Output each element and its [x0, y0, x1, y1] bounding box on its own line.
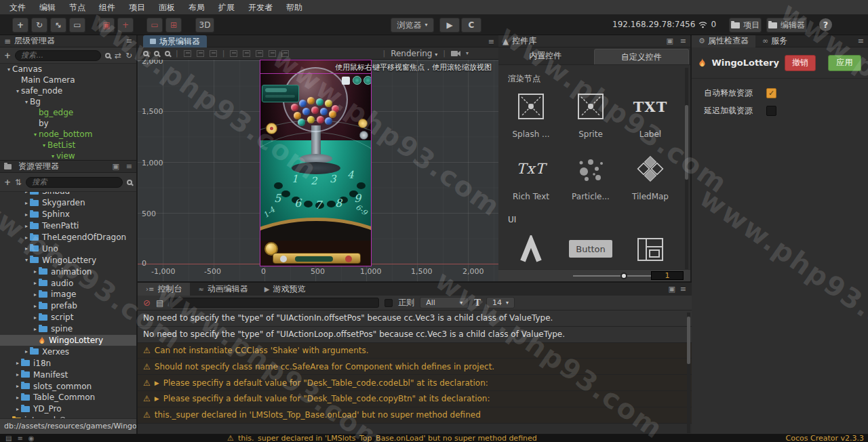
scale-tool-button[interactable]: ↔ — [50, 18, 66, 33]
hierarchy-node-Bg[interactable]: ▾Bg — [0, 96, 136, 107]
layout-icon[interactable]: ▤ — [5, 435, 12, 442]
menu-item-5[interactable]: 项目 — [122, 0, 152, 15]
pivot-toggle-button[interactable]: ▣ — [98, 18, 115, 33]
asset-node-Manifest[interactable]: ▸Manifest — [0, 369, 136, 380]
camera-icon[interactable] — [451, 50, 460, 57]
assets-search-input[interactable] — [26, 177, 123, 188]
clear-console-icon[interactable]: ⊘ — [143, 298, 151, 308]
tab-service[interactable]: ∞ 服务 — [755, 35, 794, 47]
chevron-down-icon[interactable]: ▾ — [32, 132, 39, 138]
asset-node-WingoLottery[interactable]: WingoLottery — [0, 335, 136, 346]
add-asset-button[interactable]: + — [4, 178, 11, 187]
log-file-icon[interactable]: ▤ — [156, 298, 163, 308]
widget-scrollbar[interactable] — [685, 68, 688, 298]
chevron-right-icon[interactable]: ▸ — [32, 315, 39, 321]
widget-label[interactable]: TXTLabel — [620, 92, 680, 139]
hierarchy-node-Canvas[interactable]: ▾Canvas — [0, 64, 136, 75]
hierarchy-node-Main Camera[interactable]: Main Camera — [0, 75, 136, 85]
rect-gizmo-button[interactable]: ▭ — [146, 18, 163, 33]
chevron-right-icon[interactable]: ▸ — [32, 268, 39, 275]
chevron-right-icon[interactable]: ▸ — [23, 235, 30, 241]
chevron-down-icon[interactable]: ▾ — [14, 88, 21, 94]
chevron-down-icon[interactable]: ▾ — [23, 99, 30, 105]
asset-node-TheLegendOfDragon[interactable]: ▸TheLegendOfDragon — [0, 232, 136, 243]
menu-item-10[interactable]: 帮助 — [279, 0, 309, 15]
hierarchy-node-BetList[interactable]: ▾BetList — [0, 140, 136, 150]
widget-sprite[interactable]: Sprite — [561, 92, 620, 139]
asset-node-i18n[interactable]: ▸i18n — [0, 357, 136, 369]
hierarchy-node-view[interactable]: ▾view — [0, 150, 136, 160]
align-top-icon[interactable] — [230, 50, 237, 57]
menu-item-4[interactable]: 组件 — [92, 0, 122, 15]
revert-button[interactable]: 撤销 — [785, 55, 816, 71]
console-filter-input[interactable] — [169, 298, 379, 308]
asset-node-image[interactable]: ▸image — [0, 289, 136, 300]
chevron-right-icon[interactable]: ▸ — [14, 371, 21, 378]
zoom-in-icon[interactable] — [143, 51, 149, 56]
panel-menu-icon[interactable]: ≡ — [488, 37, 494, 46]
chevron-right-icon[interactable]: ▸ — [23, 212, 30, 218]
menu-item-2[interactable]: 编辑 — [33, 0, 62, 15]
widget-button[interactable]: Button — [561, 234, 620, 264]
hierarchy-node-node_bottom[interactable]: ▾node_bottom — [0, 129, 136, 140]
popout-icon[interactable]: ▣ — [666, 37, 673, 45]
align-center-icon[interactable] — [197, 50, 204, 57]
menu-item-8[interactable]: 扩展 — [212, 0, 241, 15]
align-right-icon[interactable] — [210, 50, 217, 57]
checkbox-checked[interactable]: ✓ — [766, 88, 776, 98]
menu-item-1[interactable]: 文件 — [3, 0, 33, 15]
chevron-right-icon[interactable]: ▸ — [23, 200, 30, 206]
asset-node-Sinbad[interactable]: ▸Sinbad — [0, 192, 136, 197]
expand-arrow-icon[interactable]: ▶ — [155, 395, 159, 402]
add-node-button[interactable]: + — [4, 51, 11, 60]
apply-button[interactable]: 应用 — [828, 55, 861, 71]
regex-checkbox[interactable] — [384, 299, 393, 307]
widget-zoom-slider[interactable] — [573, 275, 653, 277]
console-log-row[interactable]: No need to specify the "type" of "UIActi… — [138, 310, 692, 327]
3d-toggle-button[interactable]: 3D — [195, 18, 214, 33]
list-icon[interactable]: ≡ — [17, 435, 22, 442]
widget-richtext[interactable]: TxTRich Text — [501, 154, 561, 201]
asset-node-Uno[interactable]: ▸Uno — [0, 243, 136, 254]
tab-inspector[interactable]: ⚙ 属性检查器 — [692, 35, 755, 47]
menu-item-9[interactable]: 开发者 — [241, 0, 279, 15]
expand-arrow-icon[interactable]: ▶ — [155, 380, 159, 386]
asset-node-spine[interactable]: ▸spine — [0, 323, 136, 335]
chevron-right-icon[interactable]: ▸ — [23, 192, 30, 195]
panel-menu-icon[interactable]: ≡ — [126, 37, 132, 45]
rendering-dropdown[interactable]: Rendering ▾ — [391, 49, 437, 58]
rotate-tool-button[interactable]: ↻ — [31, 18, 47, 33]
widget-layout[interactable] — [620, 234, 680, 264]
chevron-down-icon[interactable]: ▾ — [5, 66, 12, 73]
play-button[interactable]: ▶ — [439, 18, 460, 33]
open-project-button[interactable]: 项目 — [729, 18, 762, 33]
tab-console-2[interactable]: ≈动画编辑器 — [190, 283, 256, 296]
chevron-right-icon[interactable]: ▸ — [23, 348, 30, 355]
panel-menu-icon[interactable]: ≡ — [858, 37, 864, 45]
chevron-right-icon[interactable]: ▸ — [32, 326, 39, 332]
zoom-reset-icon[interactable] — [165, 51, 170, 56]
align-bottom-icon[interactable] — [256, 50, 263, 57]
checkbox-unchecked[interactable] — [766, 106, 776, 116]
tab-console-3[interactable]: ▶游戏预览 — [256, 283, 314, 296]
pivot-center-button[interactable]: + — [117, 18, 134, 33]
chevron-right-icon[interactable]: ▸ — [32, 303, 39, 309]
search-icon[interactable] — [127, 180, 132, 185]
menu-item-3[interactable]: 节点 — [62, 0, 92, 15]
console-log-row[interactable]: ⚠this._super declared in 'LMSlots_Top_Ba… — [138, 407, 692, 424]
preview-target-dropdown[interactable]: 浏览器▾ — [391, 18, 434, 33]
console-log-row[interactable]: ⚠Can not instantiate CCClass 'Shake' wit… — [138, 343, 692, 359]
help-button[interactable]: ? — [819, 18, 832, 31]
asset-node-YD_Pro[interactable]: ▸YD_Pro — [0, 403, 136, 415]
menu-item-6[interactable]: 面板 — [152, 0, 182, 15]
chevron-right-icon[interactable]: ▸ — [23, 245, 30, 252]
panel-menu-icon[interactable]: ≡ — [680, 37, 686, 45]
widget-particle[interactable]: Particle... — [561, 154, 620, 201]
camera-dropdown-arrow[interactable]: ▾ — [466, 50, 469, 56]
chevron-down-icon[interactable]: ▾ — [41, 142, 47, 148]
tab-console-1[interactable]: ›≡控制台 — [138, 283, 190, 296]
zoom-out-icon[interactable] — [154, 51, 159, 56]
distribute-h-icon[interactable] — [269, 50, 276, 57]
asset-node-WingoLottery[interactable]: ▾WingoLottery — [0, 254, 136, 266]
popout-icon[interactable]: ▣ — [112, 162, 119, 171]
